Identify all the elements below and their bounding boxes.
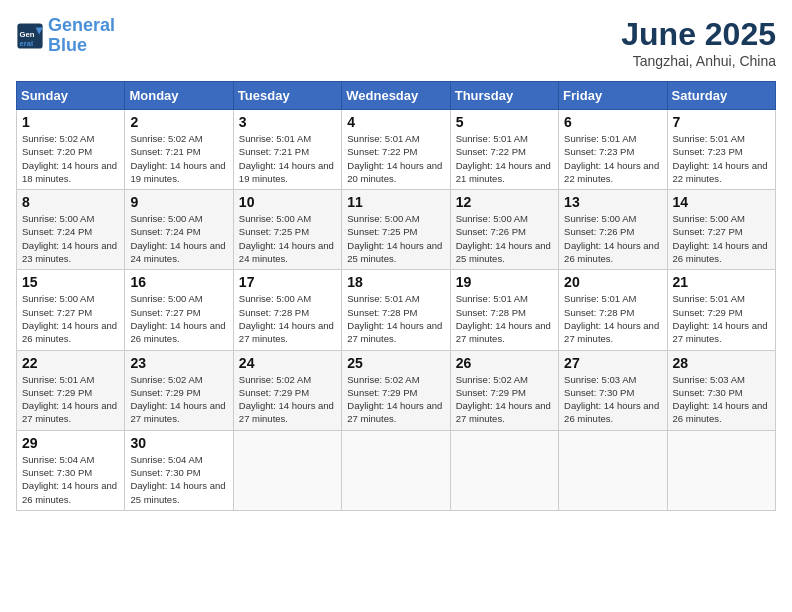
day-info: Sunrise: 5:00 AM Sunset: 7:24 PM Dayligh… [130, 212, 227, 265]
calendar-cell: 25 Sunrise: 5:02 AM Sunset: 7:29 PM Dayl… [342, 350, 450, 430]
calendar-week-row: 22 Sunrise: 5:01 AM Sunset: 7:29 PM Dayl… [17, 350, 776, 430]
day-info: Sunrise: 5:00 AM Sunset: 7:27 PM Dayligh… [130, 292, 227, 345]
logo-text: General Blue [48, 16, 115, 56]
day-info: Sunrise: 5:01 AM Sunset: 7:21 PM Dayligh… [239, 132, 336, 185]
day-info: Sunrise: 5:01 AM Sunset: 7:28 PM Dayligh… [456, 292, 553, 345]
calendar-cell [450, 430, 558, 510]
day-info: Sunrise: 5:03 AM Sunset: 7:30 PM Dayligh… [673, 373, 770, 426]
calendar-cell: 9 Sunrise: 5:00 AM Sunset: 7:24 PM Dayli… [125, 190, 233, 270]
day-info: Sunrise: 5:00 AM Sunset: 7:27 PM Dayligh… [673, 212, 770, 265]
calendar-week-row: 1 Sunrise: 5:02 AM Sunset: 7:20 PM Dayli… [17, 110, 776, 190]
day-number: 11 [347, 194, 444, 210]
calendar-cell: 8 Sunrise: 5:00 AM Sunset: 7:24 PM Dayli… [17, 190, 125, 270]
calendar-cell: 11 Sunrise: 5:00 AM Sunset: 7:25 PM Dayl… [342, 190, 450, 270]
day-info: Sunrise: 5:02 AM Sunset: 7:21 PM Dayligh… [130, 132, 227, 185]
calendar-cell: 24 Sunrise: 5:02 AM Sunset: 7:29 PM Dayl… [233, 350, 341, 430]
day-of-week-header: Friday [559, 82, 667, 110]
calendar-cell: 17 Sunrise: 5:00 AM Sunset: 7:28 PM Dayl… [233, 270, 341, 350]
day-info: Sunrise: 5:04 AM Sunset: 7:30 PM Dayligh… [130, 453, 227, 506]
calendar-cell: 6 Sunrise: 5:01 AM Sunset: 7:23 PM Dayli… [559, 110, 667, 190]
calendar-cell [559, 430, 667, 510]
calendar-table: SundayMondayTuesdayWednesdayThursdayFrid… [16, 81, 776, 511]
day-number: 3 [239, 114, 336, 130]
calendar-cell: 1 Sunrise: 5:02 AM Sunset: 7:20 PM Dayli… [17, 110, 125, 190]
day-number: 14 [673, 194, 770, 210]
day-info: Sunrise: 5:00 AM Sunset: 7:26 PM Dayligh… [564, 212, 661, 265]
calendar-cell: 5 Sunrise: 5:01 AM Sunset: 7:22 PM Dayli… [450, 110, 558, 190]
day-info: Sunrise: 5:01 AM Sunset: 7:28 PM Dayligh… [564, 292, 661, 345]
calendar-cell: 30 Sunrise: 5:04 AM Sunset: 7:30 PM Dayl… [125, 430, 233, 510]
calendar-cell: 21 Sunrise: 5:01 AM Sunset: 7:29 PM Dayl… [667, 270, 775, 350]
header: Gen eral General Blue June 2025 Tangzhai… [16, 16, 776, 69]
calendar-cell: 7 Sunrise: 5:01 AM Sunset: 7:23 PM Dayli… [667, 110, 775, 190]
day-info: Sunrise: 5:01 AM Sunset: 7:23 PM Dayligh… [673, 132, 770, 185]
calendar-cell: 2 Sunrise: 5:02 AM Sunset: 7:21 PM Dayli… [125, 110, 233, 190]
calendar-cell: 22 Sunrise: 5:01 AM Sunset: 7:29 PM Dayl… [17, 350, 125, 430]
day-number: 4 [347, 114, 444, 130]
day-number: 9 [130, 194, 227, 210]
svg-text:eral: eral [20, 39, 34, 48]
day-info: Sunrise: 5:00 AM Sunset: 7:25 PM Dayligh… [347, 212, 444, 265]
day-number: 5 [456, 114, 553, 130]
day-number: 28 [673, 355, 770, 371]
day-of-week-header: Thursday [450, 82, 558, 110]
day-number: 24 [239, 355, 336, 371]
day-number: 10 [239, 194, 336, 210]
day-info: Sunrise: 5:01 AM Sunset: 7:22 PM Dayligh… [456, 132, 553, 185]
calendar-cell: 20 Sunrise: 5:01 AM Sunset: 7:28 PM Dayl… [559, 270, 667, 350]
calendar-cell: 28 Sunrise: 5:03 AM Sunset: 7:30 PM Dayl… [667, 350, 775, 430]
day-info: Sunrise: 5:02 AM Sunset: 7:29 PM Dayligh… [456, 373, 553, 426]
calendar-cell: 15 Sunrise: 5:00 AM Sunset: 7:27 PM Dayl… [17, 270, 125, 350]
calendar-cell: 14 Sunrise: 5:00 AM Sunset: 7:27 PM Dayl… [667, 190, 775, 270]
svg-text:Gen: Gen [20, 30, 35, 39]
day-number: 12 [456, 194, 553, 210]
calendar-cell: 26 Sunrise: 5:02 AM Sunset: 7:29 PM Dayl… [450, 350, 558, 430]
calendar-cell: 4 Sunrise: 5:01 AM Sunset: 7:22 PM Dayli… [342, 110, 450, 190]
day-number: 8 [22, 194, 119, 210]
title-area: June 2025 Tangzhai, Anhui, China [621, 16, 776, 69]
day-info: Sunrise: 5:01 AM Sunset: 7:28 PM Dayligh… [347, 292, 444, 345]
day-number: 26 [456, 355, 553, 371]
day-number: 18 [347, 274, 444, 290]
calendar-cell: 3 Sunrise: 5:01 AM Sunset: 7:21 PM Dayli… [233, 110, 341, 190]
logo-icon: Gen eral [16, 22, 44, 50]
page-subtitle: Tangzhai, Anhui, China [621, 53, 776, 69]
day-number: 6 [564, 114, 661, 130]
day-info: Sunrise: 5:03 AM Sunset: 7:30 PM Dayligh… [564, 373, 661, 426]
calendar-cell [667, 430, 775, 510]
day-info: Sunrise: 5:00 AM Sunset: 7:27 PM Dayligh… [22, 292, 119, 345]
calendar-week-row: 8 Sunrise: 5:00 AM Sunset: 7:24 PM Dayli… [17, 190, 776, 270]
calendar-cell: 19 Sunrise: 5:01 AM Sunset: 7:28 PM Dayl… [450, 270, 558, 350]
calendar-cell: 23 Sunrise: 5:02 AM Sunset: 7:29 PM Dayl… [125, 350, 233, 430]
day-number: 22 [22, 355, 119, 371]
day-info: Sunrise: 5:02 AM Sunset: 7:29 PM Dayligh… [347, 373, 444, 426]
day-number: 7 [673, 114, 770, 130]
day-info: Sunrise: 5:00 AM Sunset: 7:25 PM Dayligh… [239, 212, 336, 265]
calendar-cell: 10 Sunrise: 5:00 AM Sunset: 7:25 PM Dayl… [233, 190, 341, 270]
day-of-week-header: Tuesday [233, 82, 341, 110]
day-info: Sunrise: 5:02 AM Sunset: 7:29 PM Dayligh… [239, 373, 336, 426]
day-number: 19 [456, 274, 553, 290]
day-number: 2 [130, 114, 227, 130]
day-of-week-header: Monday [125, 82, 233, 110]
day-number: 1 [22, 114, 119, 130]
day-number: 25 [347, 355, 444, 371]
day-of-week-header: Saturday [667, 82, 775, 110]
calendar-cell: 16 Sunrise: 5:00 AM Sunset: 7:27 PM Dayl… [125, 270, 233, 350]
calendar-cell: 12 Sunrise: 5:00 AM Sunset: 7:26 PM Dayl… [450, 190, 558, 270]
calendar-cell [233, 430, 341, 510]
calendar-week-row: 29 Sunrise: 5:04 AM Sunset: 7:30 PM Dayl… [17, 430, 776, 510]
day-info: Sunrise: 5:01 AM Sunset: 7:22 PM Dayligh… [347, 132, 444, 185]
day-info: Sunrise: 5:04 AM Sunset: 7:30 PM Dayligh… [22, 453, 119, 506]
day-info: Sunrise: 5:00 AM Sunset: 7:24 PM Dayligh… [22, 212, 119, 265]
day-of-week-header: Sunday [17, 82, 125, 110]
logo: Gen eral General Blue [16, 16, 115, 56]
day-number: 23 [130, 355, 227, 371]
day-number: 21 [673, 274, 770, 290]
day-info: Sunrise: 5:01 AM Sunset: 7:29 PM Dayligh… [673, 292, 770, 345]
day-number: 17 [239, 274, 336, 290]
calendar-cell [342, 430, 450, 510]
day-info: Sunrise: 5:02 AM Sunset: 7:20 PM Dayligh… [22, 132, 119, 185]
day-info: Sunrise: 5:00 AM Sunset: 7:28 PM Dayligh… [239, 292, 336, 345]
day-info: Sunrise: 5:01 AM Sunset: 7:29 PM Dayligh… [22, 373, 119, 426]
